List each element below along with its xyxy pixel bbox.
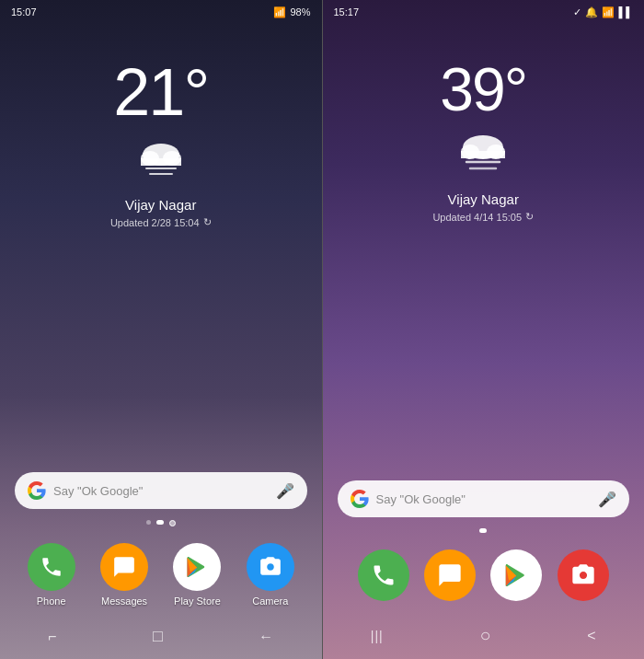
weather-section-right: 39° Vijay Nagar Updated 4/14 15:05 ↻ [323, 22, 645, 480]
nav-home-right[interactable]: ○ [479, 625, 490, 646]
search-bar-right[interactable]: Say "Ok Google" 🎤 [338, 480, 630, 517]
playstore-icon-right [490, 549, 542, 601]
city-right: Vijay Nagar [448, 191, 519, 207]
battery-text-left: 98% [290, 6, 310, 17]
status-time-right: 15:17 [334, 6, 360, 17]
status-bar-right: 15:17 ✓ 🔔 📶 ▌▌ [323, 0, 645, 22]
search-placeholder-right: Say "Ok Google" [376, 492, 592, 506]
signal-icon-right: ▌▌ [618, 6, 633, 17]
dot-1-right [479, 528, 487, 533]
messages-icon-right [424, 549, 476, 601]
dot-2-left [156, 520, 164, 525]
nav-back-left[interactable]: ← [259, 629, 273, 645]
phone-icon-right [358, 549, 409, 601]
app-messages-left[interactable]: Messages [100, 543, 148, 607]
svg-rect-3 [141, 158, 181, 166]
mic-icon-right[interactable]: 🎤 [598, 491, 616, 508]
google-logo-left [28, 481, 46, 500]
page-dots-left [0, 520, 322, 526]
dot-lock-left [169, 520, 176, 526]
mic-icon-left[interactable]: 🎤 [276, 482, 294, 500]
app-camera-left[interactable]: Camera [247, 543, 294, 607]
camera-label-left: Camera [252, 595, 288, 607]
app-phone-right[interactable] [358, 549, 409, 601]
messages-icon-left [100, 543, 148, 591]
city-left: Vijay Nagar [125, 197, 196, 213]
messages-label-left: Messages [101, 595, 147, 607]
weather-section-left: 21° Vijay Nagar Updated 2/28 15:04 ↻ [0, 22, 322, 472]
app-playstore-right[interactable] [490, 549, 542, 601]
google-logo-right [351, 490, 369, 508]
weather-icon-right [455, 129, 511, 179]
temperature-left: 21° [113, 59, 208, 125]
dot-1-left [146, 520, 151, 525]
phone-icon-left [28, 543, 75, 591]
status-icons-left: 📶 98% [273, 6, 310, 18]
app-dock-right [323, 542, 645, 616]
page-dots-right [323, 528, 645, 533]
updated-left: Updated 2/28 15:04 ↻ [110, 216, 212, 228]
nav-home-left[interactable]: □ [153, 627, 163, 646]
refresh-icon-left: ↻ [203, 216, 212, 228]
check-icon: ✓ [573, 6, 581, 18]
camera-icon-left [247, 543, 294, 591]
playstore-icon-left [173, 543, 221, 591]
updated-right: Updated 4/14 15:05 ↻ [432, 211, 534, 223]
right-phone: 15:17 ✓ 🔔 📶 ▌▌ 39° Vijay Nagar Updated 4… [322, 0, 645, 659]
app-phone-left[interactable]: Phone [28, 543, 75, 607]
app-playstore-left[interactable]: Play Store [173, 543, 221, 607]
svg-rect-9 [461, 151, 505, 158]
app-camera-right[interactable] [558, 549, 609, 601]
nav-menu-right[interactable]: ||| [371, 629, 384, 643]
nav-bar-left: ⌐ □ ← [0, 618, 322, 659]
status-icons-right: ✓ 🔔 📶 ▌▌ [573, 6, 633, 18]
refresh-icon-right: ↻ [525, 211, 534, 223]
wifi-icon: 📶 [273, 6, 286, 18]
nav-recent-left[interactable]: ⌐ [48, 629, 56, 645]
status-bar-left: 15:07 📶 98% [0, 0, 322, 22]
left-phone: 15:07 📶 98% 21° Vijay Nagar Updated 2/28… [0, 0, 322, 659]
status-time-left: 15:07 [11, 6, 37, 17]
search-bar-left[interactable]: Say "Ok Google" 🎤 [15, 472, 307, 509]
nav-bar-right: ||| ○ < [323, 616, 645, 659]
nav-back-right[interactable]: < [587, 628, 595, 644]
playstore-label-left: Play Store [174, 595, 221, 607]
weather-icon-left [133, 134, 189, 184]
phone-label-left: Phone [37, 595, 66, 607]
alarm-icon: 🔔 [585, 6, 598, 18]
app-dock-left: Phone Messages Play Store [0, 536, 322, 618]
wifi-icon-right: 📶 [602, 6, 615, 18]
app-messages-right[interactable] [424, 549, 476, 601]
search-placeholder-left: Say "Ok Google" [53, 484, 269, 498]
camera-icon-right [558, 549, 609, 601]
temperature-right: 39° [440, 59, 526, 120]
